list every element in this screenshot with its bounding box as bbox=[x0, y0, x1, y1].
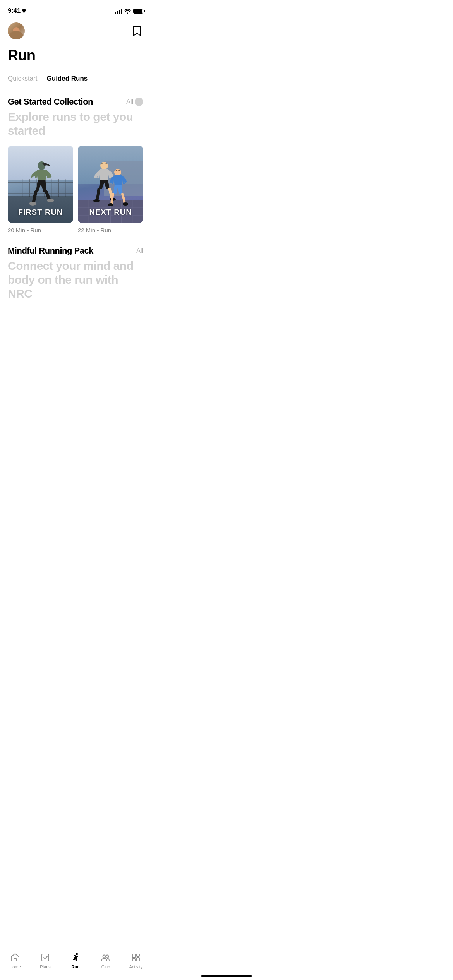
svg-point-25 bbox=[114, 169, 121, 176]
section2-all-button[interactable]: All bbox=[136, 247, 143, 254]
avatar[interactable] bbox=[8, 22, 25, 39]
first-run-meta: 20 Min • Run bbox=[8, 227, 73, 233]
next-run-meta: 22 Min • Run bbox=[78, 227, 143, 233]
all-dot bbox=[135, 98, 143, 106]
first-run-card[interactable]: FIRST RUN 20 Min • Run bbox=[8, 146, 73, 233]
svg-point-27 bbox=[123, 202, 128, 206]
wifi-icon bbox=[124, 9, 131, 14]
get-started-section: Get Started Collection All Explore runs … bbox=[0, 97, 151, 246]
tab-quickstart[interactable]: Quickstart bbox=[8, 72, 38, 87]
section2-header: Mindful Running Pack All bbox=[8, 246, 143, 256]
bookmark-icon bbox=[133, 26, 141, 36]
all-label: All bbox=[126, 98, 133, 105]
svg-point-23 bbox=[93, 199, 100, 202]
next-run-image: NEXT RUN bbox=[78, 146, 143, 223]
first-run-label: FIRST RUN bbox=[8, 208, 73, 217]
page-title: Run bbox=[0, 44, 151, 72]
tab-guided-runs[interactable]: Guided Runs bbox=[47, 72, 88, 87]
svg-point-26 bbox=[108, 203, 113, 206]
svg-point-13 bbox=[47, 199, 54, 202]
next-run-card[interactable]: NEXT RUN 22 Min • Run bbox=[78, 146, 143, 233]
runner-woman-svg bbox=[24, 161, 57, 207]
status-icons bbox=[115, 8, 143, 14]
svg-point-12 bbox=[29, 202, 36, 206]
section2-subtitle: Connect your mind and body on the run wi… bbox=[8, 259, 143, 301]
battery-icon bbox=[133, 9, 143, 14]
status-time: 9:41 bbox=[8, 7, 21, 15]
mindful-running-section: Mindful Running Pack All Connect your mi… bbox=[0, 246, 151, 310]
location-icon bbox=[22, 9, 26, 13]
section-header: Get Started Collection All bbox=[8, 97, 143, 107]
section2-title: Mindful Running Pack bbox=[8, 246, 93, 256]
section-title: Get Started Collection bbox=[8, 97, 93, 107]
status-bar: 9:41 bbox=[0, 0, 151, 19]
tab-bar: Quickstart Guided Runs bbox=[0, 72, 151, 87]
next-run-label: NEXT RUN bbox=[78, 208, 143, 217]
cards-row: FIRST RUN 20 Min • Run bbox=[8, 146, 143, 236]
bookmark-button[interactable] bbox=[131, 25, 143, 37]
signal-icon bbox=[115, 8, 122, 14]
first-run-image: FIRST RUN bbox=[8, 146, 73, 223]
app-header bbox=[0, 19, 151, 44]
runner-woman2-svg bbox=[105, 168, 130, 209]
section-all-button[interactable]: All bbox=[126, 98, 143, 106]
section-subtitle: Explore runs to get you started bbox=[8, 110, 143, 138]
